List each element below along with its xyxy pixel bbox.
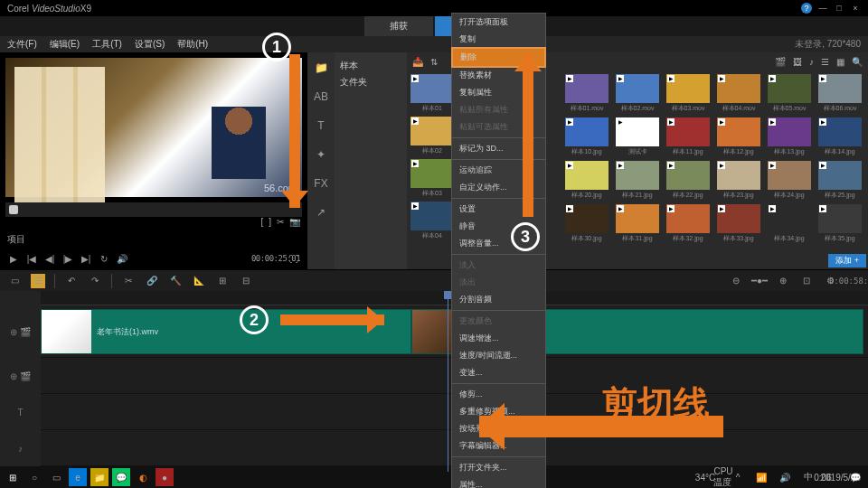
next-frame-icon[interactable]: |▶	[61, 252, 74, 265]
library-thumb[interactable]: ▶样本10.jpg	[565, 117, 609, 156]
preview-viewport[interactable]	[5, 58, 302, 197]
video-track-head[interactable]: ⊕ 🎬	[0, 305, 41, 358]
context-menu-item[interactable]: 分割音频	[452, 291, 545, 308]
library-thumb[interactable]: ▶样本01	[410, 74, 454, 113]
library-thumb[interactable]: ▶样本05.mov	[768, 74, 811, 113]
help-icon[interactable]: ?	[801, 3, 812, 14]
tool-icon[interactable]: ⊞	[215, 274, 230, 288]
overlay-track-head[interactable]: ⊕ 🎬	[0, 358, 41, 394]
context-menu-item[interactable]: 淡出	[452, 274, 545, 291]
maximize-icon[interactable]: □	[834, 3, 844, 14]
zoom-slider[interactable]: ━●━	[752, 274, 767, 288]
app-icon[interactable]: 💬	[112, 468, 130, 486]
context-menu-item[interactable]: 属性...	[452, 476, 545, 488]
notification-icon[interactable]: 💬	[846, 468, 864, 486]
play-icon[interactable]: ▶	[7, 252, 20, 265]
close-icon[interactable]: ×	[850, 3, 861, 14]
graphic-tab-icon[interactable]: ✦	[313, 146, 329, 163]
transition-tab-icon[interactable]: AB	[313, 89, 329, 105]
temp-widget[interactable]: 34°CCPU温度	[705, 468, 723, 486]
menu-edit[interactable]: 编辑(E)	[50, 38, 80, 51]
volume-icon[interactable]: 🔊	[776, 468, 794, 486]
go-end-icon[interactable]: ▶|	[80, 252, 92, 265]
search-icon[interactable]: 🔍	[852, 57, 863, 67]
title-tab-icon[interactable]: T	[313, 117, 329, 134]
library-thumb[interactable]: ▶样本22.jpg	[666, 161, 710, 200]
library-thumb[interactable]: ▶样本35.jpg	[818, 204, 862, 243]
menu-setting[interactable]: 设置(S)	[135, 38, 165, 51]
library-thumb[interactable]: ▶样本13.jpg	[768, 117, 811, 156]
library-thumb[interactable]: ▶样本14.jpg	[818, 117, 862, 156]
library-thumb[interactable]: ▶样本02	[410, 117, 454, 155]
tree-root[interactable]: 样本	[340, 58, 401, 74]
app-icon[interactable]: e	[69, 468, 87, 486]
go-start-icon[interactable]: |◀	[25, 252, 38, 265]
minimize-icon[interactable]: —	[817, 3, 828, 14]
cortana-icon[interactable]: ○	[25, 468, 43, 486]
library-thumb[interactable]: ▶样本21.jpg	[616, 161, 659, 200]
context-menu-item[interactable]: 打开文件夹...	[452, 459, 545, 476]
library-thumb[interactable]: ▶样本06.mov	[818, 74, 862, 113]
tree-folder[interactable]: 文件夹	[340, 74, 401, 90]
context-menu-item[interactable]: 淡入	[452, 257, 545, 274]
clock[interactable]: 0:062019/5/25	[823, 468, 841, 486]
network-icon[interactable]: 📶	[752, 468, 770, 486]
context-menu-item[interactable]: 修剪...	[452, 386, 545, 403]
context-menu-item[interactable]: 调速增速...	[452, 330, 545, 347]
library-thumb[interactable]: ▶样本20.jpg	[565, 161, 609, 200]
tool-icon[interactable]: ✂	[121, 274, 136, 288]
expand-icon[interactable]: ⛶	[288, 252, 300, 265]
library-thumb[interactable]: ▶样本25.jpg	[818, 161, 862, 200]
preview-mode-label[interactable]: 项目	[7, 233, 25, 246]
playhead[interactable]	[448, 291, 448, 472]
library-thumb[interactable]: ▶样本03	[410, 159, 454, 198]
menu-help[interactable]: 帮助(H)	[177, 38, 208, 51]
timeline-view-icon[interactable]: ☰	[31, 274, 45, 288]
library-thumb[interactable]: ▶样本02.mov	[616, 74, 659, 113]
app-icon[interactable]: 📁	[90, 468, 108, 486]
tool-icon[interactable]: 🔨	[168, 274, 183, 288]
library-thumb[interactable]: ▶样本03.mov	[666, 74, 710, 113]
filter-photo-icon[interactable]: 🖼	[793, 57, 802, 67]
library-thumb[interactable]: ▶样本12.jpg	[717, 117, 760, 156]
loop-icon[interactable]: ↻	[98, 252, 110, 265]
start-icon[interactable]: ⊞	[4, 468, 22, 486]
library-thumb[interactable]: ▶样本34.jpg	[768, 204, 811, 243]
context-menu-item[interactable]: 速度/时间流逝...	[452, 347, 545, 364]
tray-icon[interactable]: ^	[729, 468, 747, 486]
app-icon[interactable]: ●	[156, 468, 174, 486]
library-thumb[interactable]: ▶样本04	[410, 202, 454, 240]
media-tab-icon[interactable]: 📁	[313, 60, 329, 76]
library-thumb[interactable]: ▶样本23.jpg	[717, 161, 760, 200]
taskview-icon[interactable]: ▭	[47, 468, 65, 486]
menu-tool[interactable]: 工具(T)	[92, 38, 122, 51]
audio-track-head[interactable]: ♪	[0, 430, 41, 466]
preview-scrubber[interactable]	[5, 202, 302, 217]
thumb-view-icon[interactable]: ▦	[836, 57, 844, 67]
mark-out-icon[interactable]: ]	[269, 217, 271, 230]
path-tab-icon[interactable]: ↗	[313, 204, 329, 221]
tool-icon[interactable]: 🔗	[145, 274, 159, 288]
prev-frame-icon[interactable]: ◀|	[43, 252, 56, 265]
list-view-icon[interactable]: ☰	[821, 57, 829, 67]
undo-icon[interactable]: ↶	[64, 274, 79, 288]
storyboard-view-icon[interactable]: ▭	[7, 274, 22, 288]
tool-icon[interactable]: 📐	[192, 274, 206, 288]
app-icon[interactable]: ◐	[134, 468, 152, 486]
context-menu-item[interactable]: 打开选项面板	[452, 14, 545, 31]
filter-video-icon[interactable]: 🎬	[775, 57, 786, 67]
context-menu-item[interactable]: 更改颜色	[452, 313, 545, 330]
add-media-button[interactable]: 添加 +	[828, 254, 866, 267]
library-thumb[interactable]: ▶样本11.jpg	[666, 117, 710, 156]
context-menu-item[interactable]: 变速...	[452, 364, 545, 381]
volume-icon[interactable]: 🔊	[116, 252, 128, 265]
zoom-out-icon[interactable]: ⊖	[729, 274, 743, 288]
library-thumb[interactable]: ▶样本04.mov	[717, 74, 760, 113]
redo-icon[interactable]: ↷	[88, 274, 102, 288]
mark-in-icon[interactable]: [	[260, 217, 263, 230]
library-thumb[interactable]: ▶样本33.jpg	[717, 204, 760, 243]
library-thumb[interactable]: ▶样本30.jpg	[565, 204, 609, 243]
library-thumb[interactable]: ▶样本01.mov	[565, 74, 609, 113]
import-icon[interactable]: 📥	[412, 57, 423, 67]
menu-file[interactable]: 文件(F)	[7, 38, 37, 51]
